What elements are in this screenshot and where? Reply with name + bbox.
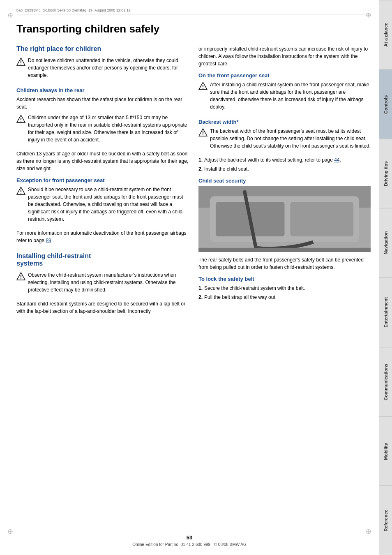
right-column: or improperly installed child-restraint … xyxy=(198,45,371,318)
warning-text-unattended: Do not leave children unattended in the … xyxy=(28,57,189,79)
left-column: The right place for children Do not leav… xyxy=(16,45,189,318)
page-title: Transporting children safely xyxy=(16,23,371,35)
warning-front-passenger: After installing a child-restraint syste… xyxy=(198,81,371,114)
warning-icon-4 xyxy=(16,272,25,281)
lock-belt-steps-list: 1. Secure the child-restraint system wit… xyxy=(198,284,371,301)
para-standard-systems: Standard child-restraint systems are des… xyxy=(16,300,189,315)
sub-heading-always-rear: Children always in the rear xyxy=(16,87,189,93)
svg-point-29 xyxy=(203,134,203,135)
warning-text-front-passenger: After installing a child-restraint syste… xyxy=(210,81,371,111)
header-strip: ba8_E9293M3_cic.book Seite 53 Dienstag, … xyxy=(16,8,371,14)
image-caption: The rear safety belts and the front pass… xyxy=(198,256,371,271)
sidebar-tab-reference[interactable]: Reference xyxy=(379,486,392,555)
svg-rect-35 xyxy=(198,248,371,252)
sub-heading-backrest-width: Backrest width* xyxy=(198,119,371,125)
sidebar-tab-communications[interactable]: Communications xyxy=(379,347,392,416)
svg-point-20 xyxy=(21,193,21,194)
page-number: 53 xyxy=(187,534,192,541)
section-installing: Installing child-restraintsystems Observ… xyxy=(16,252,189,315)
lock-belt-step-2: 2. Pull the belt strap all the way out. xyxy=(198,294,371,301)
warning-age-13: Children under the age of 13 or smaller … xyxy=(16,114,189,147)
svg-point-14 xyxy=(21,64,21,65)
warning-icon-3 xyxy=(16,186,25,195)
sidebar-tab-mobility[interactable]: Mobility xyxy=(379,416,392,486)
child-seat-image: BMW AG xyxy=(198,186,371,252)
link-page-44[interactable]: 44 xyxy=(334,157,339,163)
para-age-older: Children 13 years of age or older must b… xyxy=(16,150,189,172)
sidebar-tab-at-a-glance[interactable]: At a glance xyxy=(379,0,392,69)
warning-icon-2 xyxy=(16,114,25,123)
section-heading-installing: Installing child-restraintsystems xyxy=(16,252,189,267)
page-container: ba8_E9293M3_cic.book Seite 53 Dienstag, … xyxy=(0,0,392,555)
link-page-89[interactable]: 89 xyxy=(46,238,51,243)
two-column-layout: The right place for children Do not leav… xyxy=(16,45,371,318)
svg-point-26 xyxy=(203,88,203,89)
warning-icon-6 xyxy=(198,128,208,137)
sidebar-tab-driving-tips[interactable]: Driving tips xyxy=(379,139,392,208)
svg-point-17 xyxy=(21,121,21,122)
warning-exception-front: Should it be necessary to use a child-re… xyxy=(16,186,189,226)
warning-text-age-13: Children under the age of 13 or smaller … xyxy=(28,114,189,143)
header-strip-text: ba8_E9293M3_cic.book Seite 53 Dienstag, … xyxy=(16,8,131,12)
svg-point-23 xyxy=(21,278,21,279)
warning-unattended: Do not leave children unattended in the … xyxy=(16,57,189,82)
para-accident-research: Accident research has shown that the saf… xyxy=(16,96,189,111)
sub-heading-child-seat-security: Child seat security xyxy=(198,178,371,184)
section-right-place: The right place for children Do not leav… xyxy=(16,45,189,244)
warning-manufacturer: Observe the child-restraint system manuf… xyxy=(16,271,189,297)
warning-icon-5 xyxy=(198,81,208,90)
sidebar-tab-entertainment[interactable]: Entertainment xyxy=(379,278,392,347)
backrest-steps-list: 1. Adjust the backrest width to its wide… xyxy=(198,156,371,173)
sidebar-tabs: At a glance Controls Driving tips Naviga… xyxy=(379,0,392,555)
sidebar-tab-controls[interactable]: Controls xyxy=(379,69,392,139)
sub-heading-exception-front: Exception for front passenger seat xyxy=(16,177,189,183)
sub-heading-lock-safety-belt: To lock the safety belt xyxy=(198,276,371,282)
para-more-info: For more information on automatic deacti… xyxy=(16,229,189,244)
warning-backrest: The backrest width of the front passenge… xyxy=(198,127,371,153)
warning-text-backrest: The backrest width of the front passenge… xyxy=(210,127,371,150)
sidebar-tab-navigation[interactable]: Navigation xyxy=(379,208,392,278)
warning-text-exception-front: Should it be necessary to use a child-re… xyxy=(28,186,189,223)
warning-icon-1 xyxy=(16,57,25,66)
page-footer: 53 Online Edition for Part no. 01 41 2 6… xyxy=(0,534,379,547)
sub-heading-front-passenger: On the front passenger seat xyxy=(198,72,371,79)
footer-text: Online Edition for Part no. 01 41 2 600 … xyxy=(132,542,247,547)
list-item-2: 2. Install the child seat. xyxy=(198,165,371,173)
list-item-1: 1. Adjust the backrest width to its wide… xyxy=(198,156,371,164)
lock-belt-step-1: 1. Secure the child-restraint system wit… xyxy=(198,284,371,292)
para-improperly-installed: or improperly installed child-restraint … xyxy=(198,45,371,67)
section-heading-right-place: The right place for children xyxy=(16,45,189,53)
main-content: ba8_E9293M3_cic.book Seite 53 Dienstag, … xyxy=(0,0,379,555)
warning-text-manufacturer: Observe the child-restraint system manuf… xyxy=(28,271,189,294)
svg-rect-34 xyxy=(290,202,353,236)
